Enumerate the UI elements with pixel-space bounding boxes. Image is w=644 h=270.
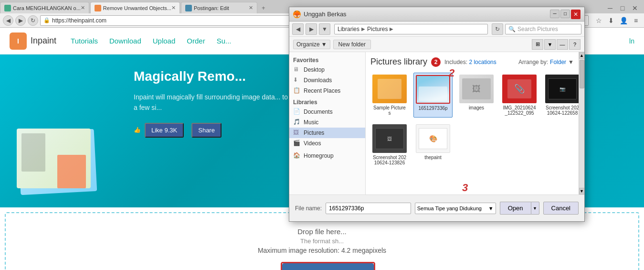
arrange-arrow: ▼: [568, 59, 574, 65]
file-thumb-thepaint: 🎨: [416, 124, 450, 153]
details-view-button[interactable]: —: [557, 39, 568, 50]
upload-button-border: Upload Image: [281, 262, 375, 270]
dialog-search-bar[interactable]: 🔍 Search Pictures: [505, 24, 581, 34]
sidebar-item-recent[interactable]: 📋 Recent Places: [289, 86, 365, 96]
file-thumb-selected: [416, 75, 450, 104]
file-item-screenshot2[interactable]: 🖼 Screenshot 20210624-123826: [370, 122, 409, 167]
file-thumb-screenshot1: 📷: [545, 75, 579, 103]
favorites-section: Favorites 🖥 Desktop ⬇ Downloads 📋 Recent…: [289, 56, 365, 96]
arrange-label: Arrange by:: [518, 59, 548, 65]
sidebar-desktop-label: Desktop: [304, 66, 325, 73]
path-arrow-1: ▶: [361, 26, 365, 32]
sidebar-homegroup-label: Homegroup: [304, 152, 334, 159]
file-thumb-sample: [372, 75, 407, 103]
file-item-screenshot1[interactable]: 📷 Screenshot 20210624-122658: [543, 73, 579, 118]
view-buttons: ⊞ ▼ — ?: [532, 39, 581, 50]
sidebar-documents-label: Documents: [304, 108, 333, 115]
sidebar-item-desktop[interactable]: 🖥 Desktop: [289, 65, 365, 75]
file-item-sample[interactable]: Sample Pictures: [370, 73, 409, 118]
max-resolution-text: Maximum image resolution: 4.2 megapixels: [15, 247, 629, 254]
file-name-sample: Sample Pictures: [372, 105, 407, 116]
cancel-button[interactable]: Cancel: [543, 202, 579, 215]
libraries-label: Libraries: [289, 98, 365, 107]
search-icon: 🔍: [508, 26, 516, 32]
organize-label: Organize: [296, 41, 320, 48]
file-item-thepaint[interactable]: 🎨 thepaint: [413, 122, 453, 167]
scroll-thumb[interactable]: [580, 60, 584, 88]
file-item-img20210[interactable]: 📎 IMG_20210624_122522_095: [500, 73, 538, 118]
upload-image-button[interactable]: Upload Image: [282, 263, 374, 270]
dialog-body: Favorites 🖥 Desktop ⬇ Downloads 📋 Recent…: [289, 52, 584, 194]
sidebar-item-pictures[interactable]: 🖼 Pictures: [289, 128, 365, 138]
homegroup-section: 🏠 Homegroup: [289, 151, 365, 161]
filename-input[interactable]: [326, 203, 411, 214]
libraries-section: Libraries 📄 Documents 🎵 Music 🖼 Pictures: [289, 98, 365, 149]
sidebar-videos-label: Videos: [304, 140, 321, 147]
search-placeholder: Search Pictures: [517, 26, 558, 32]
music-icon: 🎵: [293, 119, 301, 126]
file-thumb-images: 🖼: [459, 75, 494, 103]
dialog-icon: 🦊: [293, 11, 301, 18]
dialog-scrollbar[interactable]: ▲ ▼: [579, 52, 584, 194]
dialog-maximize[interactable]: □: [560, 10, 570, 18]
view-dropdown-button[interactable]: ▼: [544, 39, 556, 50]
arrange-by[interactable]: Arrange by: Folder ▼: [518, 59, 574, 65]
dialog-window-controls: ─ □ ✕: [550, 10, 581, 19]
videos-icon: 🎬: [293, 140, 301, 147]
dialog-titlebar: 🦊 Unggah Berkas ─ □ ✕: [289, 7, 584, 22]
file-item-images[interactable]: 🖼 images: [457, 73, 496, 118]
sidebar-item-homegroup[interactable]: 🏠 Homegroup: [289, 151, 365, 161]
dialog-back-button[interactable]: ◀: [292, 23, 304, 35]
filetype-label: Semua Tipe yang Didukung: [417, 205, 482, 211]
upload-button-wrapper: 1 Upload Image: [15, 262, 629, 270]
dialog-main: Pictures library 2 Includes: 2 locations…: [366, 52, 579, 194]
sidebar-music-label: Music: [304, 119, 318, 126]
library-title: Pictures library: [370, 57, 427, 67]
scroll-down-button[interactable]: ▼: [579, 188, 585, 194]
sidebar-item-music[interactable]: 🎵 Music: [289, 117, 365, 128]
library-header: Pictures library 2 Includes: 2 locations…: [370, 57, 574, 67]
file-item-selected[interactable]: 1651297336p: [413, 73, 453, 118]
filename-label: File name:: [295, 205, 322, 212]
downloads-icon: ⬇: [293, 76, 301, 84]
file-dialog: 🦊 Unggah Berkas ─ □ ✕ ◀ ▶ ▼ Libraries ▶ …: [289, 7, 585, 222]
path-arrow-2: ▶: [390, 26, 393, 32]
help-button[interactable]: ?: [569, 39, 581, 50]
dialog-actionbar: Organize ▼ New folder ⊞ ▼ — ?: [289, 37, 584, 52]
sidebar-pictures-label: Pictures: [304, 130, 324, 136]
step-3-annotation: 3: [462, 182, 468, 194]
dialog-close-button[interactable]: ✕: [571, 10, 581, 19]
dialog-minimize[interactable]: ─: [550, 10, 560, 18]
file-thumb-img20210: 📎: [502, 75, 537, 103]
file-name-selected: 1651297336p: [418, 106, 447, 111]
open-button[interactable]: Open: [500, 202, 531, 215]
dialog-footer: File name: Semua Tipe yang Didukung ▼ Op…: [289, 194, 584, 221]
refresh-button[interactable]: ↻: [492, 23, 503, 35]
sidebar-item-documents[interactable]: 📄 Documents: [289, 107, 365, 117]
files-grid: Sample Pictures 1651297336p: [370, 73, 574, 167]
dialog-path-bar[interactable]: Libraries ▶ Pictures ▶: [334, 24, 488, 34]
library-includes: Includes: 2 locations: [444, 59, 496, 65]
sidebar-recent-label: Recent Places: [304, 87, 340, 94]
scroll-up-button[interactable]: ▲: [579, 52, 585, 59]
file-name-screenshot2: Screenshot 20210624-123826: [372, 155, 407, 165]
organize-button[interactable]: Organize ▼: [293, 40, 330, 49]
dialog-recent-button[interactable]: ▼: [319, 23, 330, 35]
view-toggle-button[interactable]: ⊞: [532, 39, 543, 50]
open-dropdown-button[interactable]: ▼: [531, 202, 539, 215]
desktop-icon: 🖥: [293, 66, 301, 74]
new-folder-button[interactable]: New folder: [333, 40, 371, 49]
sidebar-downloads-label: Downloads: [304, 77, 332, 84]
filetype-arrow: ▼: [488, 205, 494, 211]
recent-icon: 📋: [293, 87, 301, 95]
filetype-dropdown[interactable]: Semua Tipe yang Didukung ▼: [415, 203, 496, 214]
dialog-title: Unggah Berkas: [304, 11, 550, 18]
dialog-forward-button[interactable]: ▶: [306, 23, 317, 35]
locations-link[interactable]: 2 locations: [469, 59, 496, 65]
step-2-annotation: 2: [449, 67, 454, 79]
sidebar-item-downloads[interactable]: ⬇ Downloads: [289, 75, 365, 86]
file-name-thepaint: thepaint: [424, 155, 442, 160]
file-name-img20210: IMG_20210624_122522_095: [502, 105, 537, 116]
sidebar-item-videos[interactable]: 🎬 Videos: [289, 138, 365, 149]
favorites-label: Favorites: [289, 56, 365, 65]
